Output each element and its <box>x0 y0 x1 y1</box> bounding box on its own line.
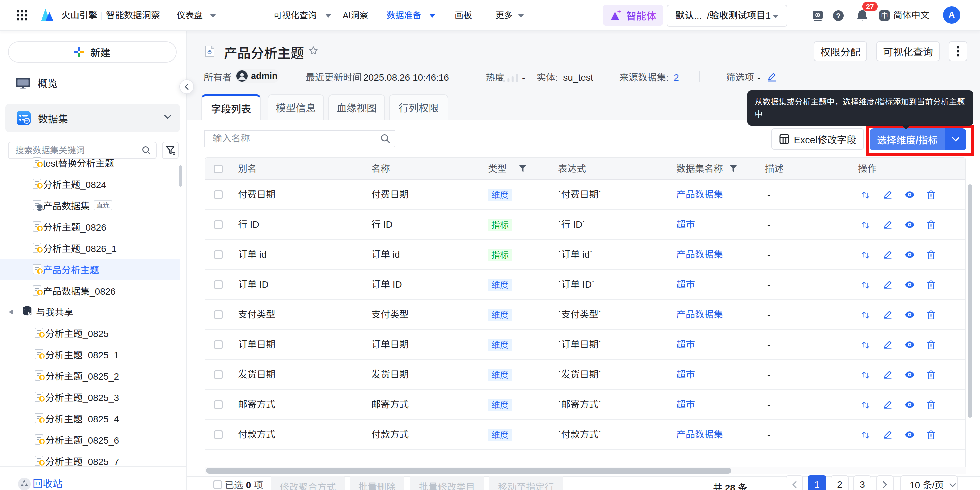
svg-text:?: ? <box>836 12 840 20</box>
